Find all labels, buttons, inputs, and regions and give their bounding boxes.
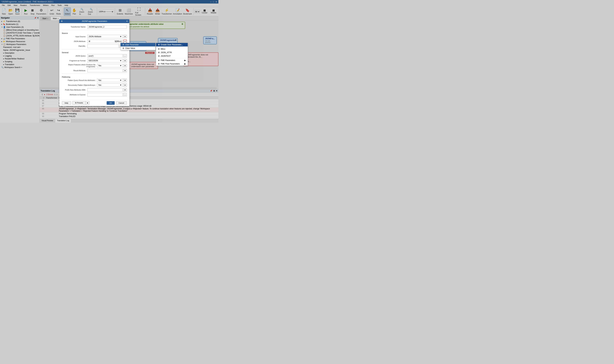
source-section-label: Source [62, 31, 127, 35]
cancel-button[interactable]: Cancel [116, 101, 127, 105]
recursively-flatten-row: Recursively Flatten Objects/Arrays: Yes … [62, 83, 127, 87]
input-source-field: JSON Attribute ▼ ▼ [87, 35, 127, 38]
chevron-down-icon: ▼ [120, 35, 122, 38]
recursively-flatten-field: Yes ▼ ▼ [97, 83, 127, 87]
fme-flow-submenu-icon: ⚙ [158, 63, 160, 65]
submenu-json-attr-label: JSON_ATTR [161, 52, 172, 54]
attributes-expose-display[interactable] [87, 93, 123, 96]
prefix-btn[interactable]: ▼ [123, 88, 127, 92]
reject-features-select[interactable]: Yes ▼ [97, 64, 123, 67]
json-attribute-field: ⚙ $(BBox) ▼ [87, 39, 127, 43]
submenu-bbox-label: BBox [161, 48, 165, 50]
create-param-icon: ⚙ [158, 44, 160, 46]
recursively-flatten-btn[interactable]: ▼ [123, 83, 127, 87]
input-source-select[interactable]: JSON Attribute ▼ [87, 35, 123, 38]
chevron-down-icon: ▼ [120, 84, 122, 86]
user-param-icon: ⚙ [123, 44, 124, 46]
submenu-bbox[interactable]: ⚙ BBox [156, 47, 188, 51]
chevron-down-icon: ▼ [120, 60, 122, 62]
file-url-row: File/URL: … ▼ [62, 44, 127, 48]
result-attribute-row: Result Attribute: ▼ [62, 69, 127, 72]
fme-params-icon: ⚙ [158, 59, 160, 62]
submenu-json-attr[interactable]: ⚙ JSON_ATTR [156, 51, 188, 54]
fragment-format-select[interactable]: GEOJSON ▼ [87, 59, 123, 62]
separator-2 [62, 49, 127, 49]
recursively-flatten-label: Recursively Flatten Objects/Arrays: [62, 84, 97, 86]
param-icon: ⚙ [89, 40, 90, 42]
json-attribute-row: JSON Attribute: ⚙ $(BBox) ▼ [62, 39, 127, 43]
submenu-fme-params-label: FME Parameters [161, 59, 175, 62]
ctx-clear-value-label: Clear Value [125, 47, 135, 49]
chevron-down-icon: ▼ [120, 65, 122, 67]
presets-dropdown-btn[interactable]: ▼ [86, 101, 89, 104]
submenu-jsontext[interactable]: ⚙ JSONTEXT [156, 54, 188, 58]
json-query-row: JSON Query: … [62, 54, 127, 58]
submenu-fme-flow[interactable]: ⚙ FME Flow Parameters ▶ [156, 62, 188, 66]
json-attribute-display[interactable]: ⚙ $(BBox) [87, 39, 123, 43]
reject-features-label: Reject Features which Produce No Fragmen… [62, 64, 97, 67]
ok-button[interactable]: OK [107, 101, 115, 105]
ctx-user-param-label: User Parameter [125, 44, 139, 46]
ctx-clear-value[interactable]: ⚙ Clear Value [121, 46, 155, 50]
fragment-format-field: GEOJSON ▼ ▼ [87, 59, 127, 62]
json-query-input[interactable] [87, 54, 123, 58]
jsontext-submenu-icon: ⚙ [158, 55, 160, 57]
separator-3 [62, 74, 127, 74]
dialog-footer: Help ⚙ Presets ▼ OK Cancel [59, 100, 129, 106]
submenu: ⚙ Create User Parameter... ⚙ BBox ⚙ JSON… [156, 43, 188, 66]
flatten-query-row: Flatten Query Result into Attributes: Ye… [62, 78, 127, 82]
ctx-user-parameter[interactable]: ⚙ User Parameter [121, 43, 155, 46]
dialog-title-text: JSONFragmenter Parameters [82, 20, 107, 22]
input-source-dropdown-btn[interactable]: ▼ [123, 35, 127, 38]
dialog-close-button[interactable]: ✕ [126, 20, 128, 22]
reject-features-field: Yes ▼ ▼ [97, 64, 127, 67]
result-attribute-btn[interactable]: ▼ [123, 69, 127, 72]
recursively-flatten-select[interactable]: Yes ▼ [97, 83, 123, 87]
help-button[interactable]: Help [62, 101, 71, 105]
attributes-expose-btn[interactable]: … [123, 93, 127, 96]
submenu-create-user-param[interactable]: ⚙ Create User Parameter... [156, 43, 188, 46]
json-attribute-label: JSON Attribute: [62, 40, 87, 42]
input-source-row: Input Source: JSON Attribute ▼ ▼ [62, 35, 127, 38]
fme-params-arrow: ▶ [184, 59, 186, 62]
result-attribute-display[interactable] [87, 69, 123, 72]
transformer-name-label: Transformer Name: [62, 26, 87, 28]
flatten-query-btn[interactable]: ▼ [123, 78, 127, 82]
fragment-format-row: Fragment as Format: GEOJSON ▼ ▼ [62, 59, 127, 62]
prefix-label: Prefix New Attributes With: [62, 89, 87, 91]
json-query-field: … [87, 54, 127, 58]
flatten-query-label: Flatten Query Result into Attributes: [62, 79, 97, 81]
result-attribute-field: ▼ [87, 69, 127, 72]
json-attr-submenu-icon: ⚙ [158, 52, 160, 54]
json-query-btn[interactable]: … [123, 54, 127, 58]
prefix-field: ▼ [87, 88, 127, 92]
bbox-submenu-icon: ⚙ [158, 48, 160, 50]
dialog-titlebar: ⚙ JSONFragmenter Parameters ✕ [59, 19, 129, 23]
attributes-expose-row: Attributes to Expose: … [62, 93, 127, 96]
prefix-row: Prefix New Attributes With: ▼ [62, 88, 127, 92]
context-menu: ⚙ User Parameter ⚙ Clear Value [120, 43, 155, 50]
fme-flow-arrow: ▶ [184, 63, 186, 65]
submenu-fme-params[interactable]: ⚙ FME Parameters ▶ [156, 59, 188, 62]
input-source-label: Input Source: [62, 36, 87, 38]
presets-button[interactable]: ⚙ Presets [72, 101, 86, 104]
reject-features-btn[interactable]: ▼ [123, 64, 127, 67]
transformer-name-row: Transformer Name: [62, 25, 127, 29]
json-attribute-dropdown-btn[interactable]: ▼ [123, 39, 127, 43]
submenu-create-label: Create User Parameter... [161, 44, 183, 46]
transformer-name-input[interactable] [87, 25, 127, 29]
file-url-display[interactable] [87, 44, 119, 48]
prefix-display[interactable] [87, 88, 123, 92]
fragment-format-btn[interactable]: ▼ [123, 59, 127, 62]
chevron-down-icon: ▼ [120, 79, 122, 81]
result-attribute-label: Result Attribute: [62, 70, 87, 72]
json-query-label: JSON Query: [62, 55, 87, 57]
dialog-body: Transformer Name: Source Input Source: J… [59, 23, 129, 100]
flatten-query-select[interactable]: Yes ▼ [97, 78, 123, 82]
fragment-format-label: Fragment as Format: [62, 60, 87, 62]
json-fragmenter-dialog: ⚙ JSONFragmenter Parameters ✕ Transforme… [59, 19, 129, 106]
attributes-expose-label: Attributes to Expose: [62, 94, 87, 96]
submenu-fme-flow-label: FME Flow Parameters [161, 63, 180, 65]
attributes-expose-field: … [87, 93, 127, 96]
general-section-label: General [62, 51, 127, 54]
